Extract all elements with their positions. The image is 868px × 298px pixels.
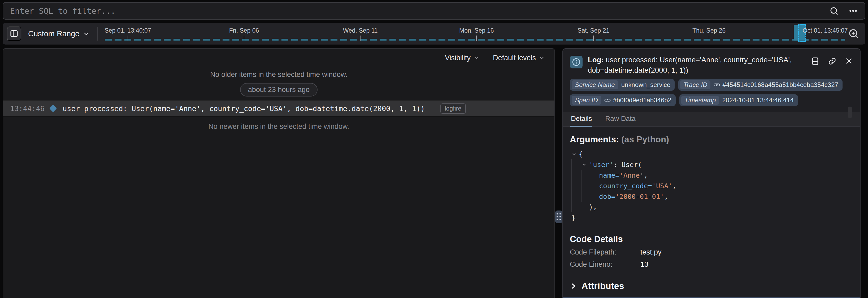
default-levels-dropdown[interactable]: Default levels [493,54,545,62]
search-icon[interactable] [829,6,839,15]
log-row-tag[interactable]: logfire [440,103,466,114]
sidebar-toggle-icon[interactable] [7,27,21,41]
detail-title: Log: user processed: User(name='Anne', c… [588,55,798,75]
timeline-tick-mark [709,36,709,41]
meta-badge-trace-id[interactable]: Trace ID#454514c0168a455a51bb4ceba354c32… [678,79,842,91]
timeline-tick-label: Thu, Sep 26 [692,27,725,34]
panel-resize-gutter [555,48,562,298]
code-line: ), [571,202,853,212]
meta-badge-service-name: Service Nameunknown_service [570,79,675,91]
code-token: 'user' [589,159,613,170]
code-detail-row: Code Filepath:test.py [570,248,853,256]
badge-label: Timestamp [681,96,719,105]
timeline-activity-line [105,39,845,40]
log-level-diamond-icon [49,105,57,112]
code-token: : [613,159,622,170]
badge-label: Span ID [572,96,601,105]
log-row[interactable]: 13:44:46 user processed: User(name='Anne… [3,100,554,117]
code-detail-label: Code Filepath: [570,248,641,256]
timeline-tick-label: Fri, Sep 06 [229,27,259,34]
detail-tabs: DetailsRaw Data [563,112,860,127]
timeline-chart[interactable]: Sep 01, 13:40:07Fri, Sep 06Wed, Sep 11Mo… [105,23,845,44]
timeline-tick-mark [244,36,244,41]
indent-spacer [592,170,599,180]
code-token: 'Anne' [619,170,644,180]
visibility-dropdown[interactable]: Visibility [445,54,479,62]
code-detail-row: Code Lineno:13 [570,260,853,269]
code-token: '2000-01-01' [615,191,664,202]
chevron-down-icon [474,55,479,61]
code-token: { [579,149,583,159]
tab-raw-data[interactable]: Raw Data [604,112,636,127]
tab-details[interactable]: Details [570,112,592,127]
attributes-heading-text: Attributes [582,281,624,291]
indent-guide [571,191,582,202]
timeline-tick-mark [593,36,594,41]
detail-panel-scrollbar[interactable] [848,107,852,118]
indent-spacer [592,180,599,191]
collapse-chevron-icon[interactable] [571,149,579,159]
zoom-in-icon[interactable] [848,28,860,39]
indent-guide [582,180,592,191]
copy-link-icon[interactable] [828,57,837,66]
info-icon [570,56,583,68]
code-token: country_code= [599,180,652,191]
collapse-chevron-icon[interactable] [582,159,589,170]
log-row-time: 13:44:46 [10,104,44,113]
code-line: name='Anne', [571,170,853,180]
code-line: 'user': User( [571,159,853,170]
badge-label: Trace ID [680,80,710,89]
code-detail-value: 13 [641,260,648,269]
code-details-heading: Code Details [570,234,853,244]
log-detail-panel: Log: user processed: User(name='Anne', c… [562,48,861,298]
code-token: dob= [599,191,615,202]
log-row-message: user processed: User(name='Anne', countr… [63,104,425,113]
code-token: name= [599,170,619,180]
toolbar-divider [97,27,98,40]
code-token: ), [589,202,597,212]
more-options-icon[interactable] [848,6,858,15]
timeline-tick-label: Sat, Sep 21 [578,27,609,34]
arguments-heading: Arguments: (as Python) [570,134,853,144]
code-token: , [664,191,668,202]
meta-badge-span-id[interactable]: Span ID#b0f0d9ed1ab346b2 [570,94,676,106]
custom-range-dropdown[interactable]: Custom Range [28,29,89,38]
timeline-tick-mark [476,36,477,41]
badge-value: 2024-10-01 13:44:46.414 [722,97,794,104]
code-token: User( [622,159,642,170]
code-line: country_code='USA', [571,180,853,191]
code-line: { [571,149,853,159]
meta-badge-timestamp: Timestamp2024-10-01 13:44:46.414 [679,94,798,106]
detail-title-text: user processed: User(name='Anne', countr… [588,56,792,74]
badge-value: #454514c0168a455a51bb4ceba354c327 [722,81,838,89]
sql-filter-input[interactable]: Enter SQL to filter... [10,6,829,15]
attributes-section-toggle[interactable]: Attributes [570,281,853,291]
indent-guide [571,180,582,191]
visibility-label: Visibility [445,54,471,62]
arguments-code-tree: {'user': User(name='Anne',country_code='… [570,149,853,223]
sql-filter-bar[interactable]: Enter SQL to filter... [3,2,865,20]
code-token: , [672,180,676,191]
indent-spacer [582,202,589,212]
badge-value: unknown_service [621,81,670,89]
indent-guide [571,159,582,170]
code-token: 'USA' [652,180,673,191]
timeline-tick-label: Oct 01, 13:45:07 [803,27,848,34]
close-icon[interactable] [845,57,853,65]
code-detail-value: test.py [641,248,661,256]
chevron-down-icon [539,55,545,61]
custom-range-label: Custom Range [28,29,79,38]
panel-resize-handle[interactable] [555,210,562,223]
indent-guide [571,202,582,212]
code-token: , [644,170,648,180]
detail-title-prefix: Log: [588,56,604,64]
time-ago-pill[interactable]: about 23 hours ago [240,83,318,97]
no-older-items-text: No older items in the selected time wind… [3,70,554,79]
code-token: } [571,212,576,223]
arguments-heading-text: Arguments: [570,134,619,144]
dock-panel-icon[interactable] [811,57,820,66]
link-icon [604,97,611,103]
chevron-right-icon [570,283,577,290]
badge-label: Service Name [572,80,618,89]
timeline-tick-label: Sep 01, 13:40:07 [104,27,151,34]
